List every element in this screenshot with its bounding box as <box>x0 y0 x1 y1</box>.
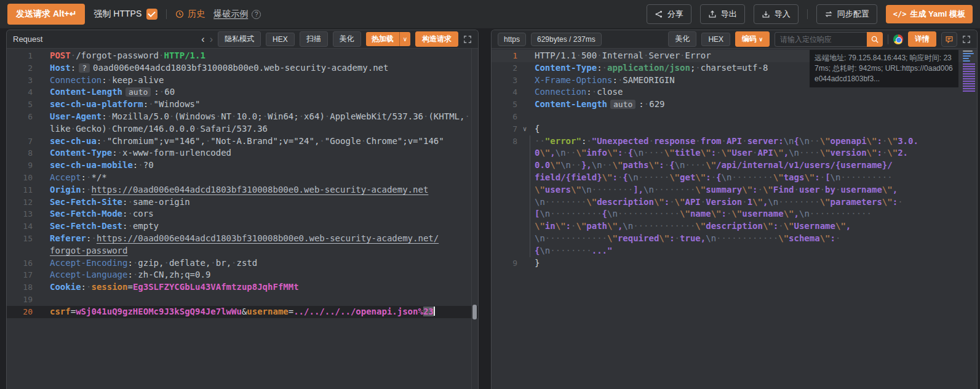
sync-config-button[interactable]: 同步配置 <box>816 4 877 24</box>
code-line: 19 <box>7 294 478 306</box>
minimap-line <box>963 58 969 59</box>
minimap-body-block <box>963 63 975 92</box>
minimap-line <box>963 60 970 62</box>
history-label: 历史 <box>188 9 205 20</box>
request-panel: Request ‹ › 隐私模式 HEX 扫描 美化 热加载 ∨ 构造请求 <box>6 30 479 389</box>
main-area: Request ‹ › 隐私模式 HEX 扫描 美化 热加载 ∨ 构造请求 <box>0 30 980 389</box>
response-hex-button[interactable]: HEX <box>701 33 730 46</box>
response-fullscreen-button[interactable] <box>962 35 971 44</box>
import-button[interactable]: 导入 <box>754 4 799 24</box>
code-line: 9} <box>492 257 977 270</box>
help-icon[interactable]: ? <box>252 10 261 19</box>
clock-icon <box>175 10 184 18</box>
encoding-dropdown-button[interactable]: 编码 ∨ <box>735 31 770 47</box>
code-line: 6 <box>492 111 977 123</box>
code-line: 5sec-ch-ua-platform:·"Windows" <box>7 98 478 111</box>
fullscreen-icon <box>962 35 971 44</box>
request-title: Request <box>13 34 42 44</box>
request-header-buttons: ‹ › 隐私模式 HEX 扫描 美化 热加载 ∨ 构造请求 <box>201 31 472 47</box>
history-prev-button[interactable]: ‹ <box>201 34 204 44</box>
code-line: forgot-password <box>7 245 478 257</box>
encoding-label: 编码 <box>742 34 757 43</box>
share-button[interactable]: 分享 <box>647 4 691 24</box>
history-button[interactable]: 历史 <box>175 9 205 20</box>
open-in-chrome-icon[interactable] <box>893 34 903 44</box>
response-panel: https 629bytes / 237ms 美化 HEX 编码 ∨ <box>491 30 978 389</box>
blast-example-link[interactable]: 爆破示例 <box>213 9 248 20</box>
size-time-badge: 629bytes / 237ms <box>531 33 602 46</box>
force-https-label: 强制 HTTPS <box>94 9 141 20</box>
code-line: \"in\":·\"path\",\n············\"descrip… <box>492 220 977 233</box>
code-line: 3Connection:·keep-alive <box>7 74 478 87</box>
export-button[interactable]: 导出 <box>700 4 745 24</box>
code-line: \"users\"\n········],\n········\"summary… <box>492 184 977 196</box>
hot-reload-button[interactable]: 热加载 <box>366 32 399 46</box>
response-search <box>775 32 883 47</box>
generate-yaml-button[interactable]: </> 生成 Yaml 模板 <box>886 5 973 23</box>
code-line: 8··"error":·"Unexpected·response·from·AP… <box>492 135 977 148</box>
construct-request-button[interactable]: 构造请求 <box>415 31 458 47</box>
divider <box>807 9 808 19</box>
code-line: 7sec-ch-ua:·"Chromium";v="146",·"Not-A.B… <box>7 135 478 148</box>
hot-reload-split-button: 热加载 ∨ <box>366 32 410 46</box>
code-line: \n············\"required\":·true,\n·····… <box>492 233 977 245</box>
code-line: 13Sec-Fetch-Mode:·cors <box>7 208 478 220</box>
divider <box>166 9 167 19</box>
export-label: 导出 <box>721 9 737 20</box>
response-panel-header: https 629bytes / 237ms 美化 HEX 编码 ∨ <box>492 30 977 49</box>
code-line: 1POST·/forgot-password·HTTP/1.1 <box>7 50 478 62</box>
send-request-button[interactable]: 发送请求 Alt+↵ <box>7 4 85 25</box>
code-line: like·Gecko)·Chrome/146.0.0.0·Safari/537.… <box>7 123 478 135</box>
minimap-line <box>963 55 971 57</box>
response-header-buttons: 美化 HEX 编码 ∨ 详情 <box>668 31 971 47</box>
export-icon <box>708 10 717 18</box>
generate-yaml-label: 生成 Yaml 模板 <box>910 9 965 20</box>
code-line: 6User-Agent:·Mozilla/5.0·(Windows·NT·10.… <box>7 111 478 123</box>
code-line: 17Accept-Language:·zh-CN,zh;q=0.9 <box>7 269 478 281</box>
history-next-button[interactable]: › <box>210 34 213 44</box>
code-line: field/{field}\":·{\n······\"get\":·{\n··… <box>492 172 977 184</box>
code-line: 8Content-Type:·x-www-form-urlencoded <box>7 147 478 159</box>
code-line: 11Origin:·https://0aad006e044adcd1803bf3… <box>7 184 478 196</box>
code-icon: </> <box>893 10 907 18</box>
response-beautify-button[interactable]: 美化 <box>668 31 696 47</box>
code-line: 0\",\n··\"info\":·{\n····\"title\":·\"Us… <box>492 147 977 159</box>
minimap-line <box>963 53 974 54</box>
hex-button[interactable]: HEX <box>266 33 295 46</box>
fullscreen-icon <box>463 35 472 44</box>
request-fullscreen-button[interactable] <box>463 35 472 44</box>
code-line: 0.0\"\n··},\n··\"paths\":·{\n····\"/api/… <box>492 159 977 172</box>
privacy-mode-button[interactable]: 隐私模式 <box>218 31 261 47</box>
protocol-badge: https <box>498 33 526 46</box>
code-line: 7∨{ <box>492 123 977 135</box>
request-editor[interactable]: 1POST·/forgot-password·HTTP/1.12Host:?0a… <box>7 49 478 389</box>
annotation-toggle-button[interactable] <box>941 32 957 47</box>
minimap[interactable] <box>963 50 975 92</box>
scan-button[interactable]: 扫描 <box>300 31 328 47</box>
top-toolbar: 发送请求 Alt+↵ 强制 HTTPS 历史 爆破示例 ? 分享 导出 导入 <box>0 0 980 28</box>
code-line: \n········\"description\":·\"API·Version… <box>492 196 977 209</box>
beautify-button[interactable]: 美化 <box>333 31 361 47</box>
share-label: 分享 <box>667 9 683 20</box>
chevron-down-icon: ∨ <box>759 36 763 42</box>
detail-button[interactable]: 详情 <box>908 31 936 47</box>
import-icon <box>762 10 770 18</box>
request-scrollbar-thumb[interactable] <box>472 305 477 319</box>
code-line: 18Cookie:·session=Eg3SLFZYCGbLu43VAfmtzu… <box>7 281 478 294</box>
force-https-checkbox[interactable] <box>146 9 157 20</box>
search-input[interactable] <box>775 32 867 47</box>
code-line: 16Accept-Encoding:·gzip,·deflate,·br,·zs… <box>7 257 478 270</box>
search-icon <box>870 35 879 44</box>
response-info-tooltip: 远端地址: 79.125.84.16:443; 响应时间: 237ms; 总耗时… <box>810 50 958 87</box>
search-button[interactable] <box>867 32 883 47</box>
hot-reload-dropdown[interactable]: ∨ <box>399 32 410 46</box>
code-line: 4Content-Lengthauto:·60 <box>7 86 478 98</box>
divider <box>888 34 888 44</box>
sync-label: 同步配置 <box>837 9 869 20</box>
code-line: 2Host:?0aad006e044adcd1803bf310008b00e0.… <box>7 62 478 74</box>
response-editor[interactable]: 远端地址: 79.125.84.16:443; 响应时间: 237ms; 总耗时… <box>492 49 977 389</box>
request-scrollbar-track <box>471 49 472 389</box>
code-line: 20csrf=wSj041uQ9gzHEOMc9J3kSgQ94Je7lwWu&… <box>7 306 478 318</box>
code-line: 4Connection:·close <box>492 86 977 98</box>
import-label: 导入 <box>775 9 791 20</box>
